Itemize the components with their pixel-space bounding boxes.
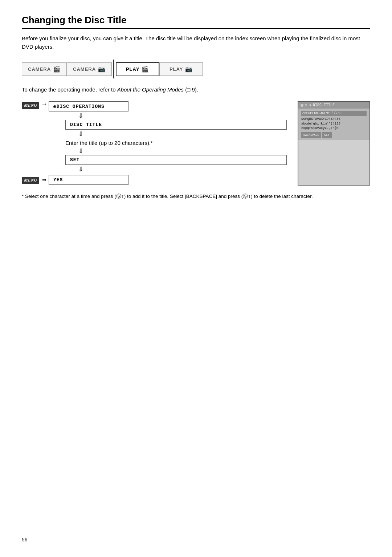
screen-header-arrow: ⊙ >: [305, 103, 311, 107]
disc-title-label: DISC TITLE: [70, 122, 102, 127]
screen-footer: BACKSPACE SET: [301, 132, 367, 138]
disc-operations-box: ◉DISC OPERATIONS: [49, 101, 128, 111]
down-arrow-3: ⇓: [78, 147, 287, 155]
set-label: SET: [70, 157, 79, 163]
play-video-mode: PLAY 🎬: [116, 62, 159, 76]
page-title: Changing the Disc Title: [22, 15, 370, 29]
step-disc-title: DISC TITLE: [65, 120, 287, 130]
instruction-ref: (□ 9).: [185, 86, 198, 93]
camera-photo-mode: CAMERA 📷: [67, 62, 112, 76]
screen-chars-row2: NOPQRSTUVWXYZ?!&#456: [301, 117, 367, 122]
arrow-right-1: ⇒: [42, 101, 46, 107]
screen-chars-row4: nopqrstuvwxyz.,:^@0: [301, 126, 367, 131]
screen-dot: [301, 104, 303, 107]
down-arrow-2: ⇓: [78, 130, 287, 138]
step-disc-operations: MENU ⇒ ◉DISC OPERATIONS: [22, 101, 287, 111]
disc-title-box: DISC TITLE: [65, 120, 287, 130]
page-number: 56: [22, 537, 28, 542]
instruction-link: About the Operating Modes: [117, 86, 184, 93]
camera-video-mode: CAMERA 🎬: [22, 62, 67, 76]
footnote: * Select one character at a time and pre…: [22, 193, 370, 200]
steps-left: MENU ⇒ ◉DISC OPERATIONS ⇓ DISC TITLE ⇓ E…: [22, 101, 287, 186]
menu-badge-1: MENU: [22, 102, 39, 109]
arrow-right-2: ⇒: [42, 177, 46, 183]
play-video-icon: 🎬: [142, 66, 149, 73]
disc-operations-label: ◉DISC OPERATIONS: [53, 103, 105, 109]
camera-photo-label: CAMERA: [73, 66, 96, 72]
intro-text: Before you finalize your disc, you can g…: [22, 34, 370, 51]
menu-badge-2: MENU: [22, 177, 39, 184]
screen-header: ⊙ > DISC TITLE: [298, 102, 369, 109]
play-photo-mode: PLAY 📷: [159, 62, 203, 76]
enter-title-text: Enter the title (up to 20 characters).*: [65, 140, 287, 146]
play-video-label: PLAY: [126, 66, 139, 72]
screen-body: ABCDEFGHIJKLM+-*/789 NOPQRSTUVWXYZ?!&#45…: [298, 109, 369, 140]
steps-container: MENU ⇒ ◉DISC OPERATIONS ⇓ DISC TITLE ⇓ E…: [22, 101, 370, 186]
camera-video-label: CAMERA: [28, 66, 51, 72]
mode-separator: [113, 60, 114, 78]
screen-preview: ⊙ > DISC TITLE ABCDEFGHIJKLM+-*/789 NOPQ…: [298, 101, 370, 186]
down-arrow-1: ⇓: [78, 112, 287, 120]
video-camcorder-icon: 🎬: [53, 66, 61, 73]
instruction-text: To change the operating mode, refer to: [22, 86, 117, 93]
camera-photo-icon: 📷: [98, 66, 106, 73]
yes-label: YES: [53, 177, 63, 183]
screen-chars-row1: ABCDEFGHIJKLM+-*/789: [301, 111, 367, 117]
screen-title: DISC TITLE: [313, 103, 335, 107]
play-photo-label: PLAY: [170, 66, 183, 72]
mode-bar: CAMERA 🎬 CAMERA 📷 PLAY 🎬 PLAY 📷: [22, 60, 370, 78]
step-yes: MENU ⇒ YES: [22, 175, 287, 185]
screen-set-btn: SET: [322, 132, 331, 138]
screen-backspace-btn: BACKSPACE: [301, 132, 321, 138]
yes-box: YES: [49, 175, 128, 185]
play-photo-icon: 📷: [185, 66, 193, 73]
instructions: To change the operating mode, refer to A…: [22, 86, 370, 94]
set-box: SET: [65, 155, 287, 165]
down-arrow-4: ⇓: [78, 166, 287, 174]
step-set: SET: [65, 155, 287, 165]
screen-chars-row3: abcdefghijklm'"()123: [301, 122, 367, 126]
